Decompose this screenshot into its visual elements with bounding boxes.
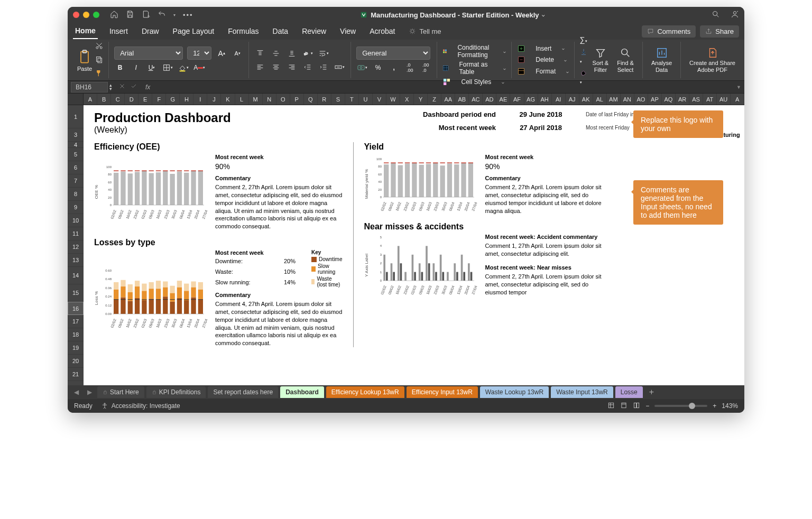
adobe-pdf[interactable]: Create and Share Adobe PDF	[686, 47, 739, 72]
sort-filter[interactable]: Sort & Filter	[589, 47, 612, 72]
cell-styles[interactable]: Cell Styles ⌵	[442, 78, 506, 86]
align-left-icon[interactable]	[254, 61, 266, 73]
name-box[interactable]: BH16	[71, 82, 108, 92]
sheet-start-here[interactable]: Start Here	[97, 386, 144, 398]
tab-nav-prev[interactable]: ◀	[71, 388, 82, 396]
autosum-icon[interactable]: ∑▾	[580, 35, 587, 44]
increase-decimal-icon[interactable]: .0.00	[404, 62, 416, 73]
percent-icon[interactable]: %	[372, 62, 384, 73]
sheet-dashboard[interactable]: Dashboard	[280, 386, 324, 398]
window-minimize[interactable]	[83, 12, 89, 18]
format-as-table[interactable]: Format as Table ⌵	[442, 61, 506, 76]
align-center-icon[interactable]	[270, 61, 282, 73]
save-as-icon[interactable]	[142, 10, 150, 20]
tellme[interactable]: Tell me	[407, 24, 443, 39]
tab-acrobat[interactable]: Acrobat	[367, 24, 397, 39]
fill-icon[interactable]: ▾	[580, 48, 587, 64]
save-icon[interactable]	[126, 10, 134, 20]
tab-view[interactable]: View	[338, 24, 358, 39]
align-middle-icon[interactable]	[270, 48, 282, 59]
borders-icon[interactable]: ▾	[162, 62, 173, 73]
sheet-report-dates[interactable]: Set report dates here	[208, 386, 278, 398]
zoom-slider[interactable]	[654, 405, 707, 407]
sheet-waste-lookup[interactable]: Waste Lookup 13wR	[480, 386, 549, 398]
number-format-select[interactable]: General	[356, 47, 430, 60]
decrease-font-icon[interactable]: A▾	[232, 48, 243, 59]
currency-icon[interactable]: ▾	[356, 62, 368, 73]
fx-icon[interactable]: fx	[142, 84, 153, 91]
font-color-icon[interactable]: A▾	[193, 62, 205, 73]
find-select[interactable]: Find & Select	[614, 47, 637, 72]
home-icon[interactable]	[110, 10, 118, 20]
cut-icon[interactable]	[95, 42, 103, 51]
add-sheet[interactable]: +	[645, 387, 658, 397]
window-close[interactable]	[73, 12, 79, 18]
sheet-losses[interactable]: Losse	[615, 386, 643, 398]
conditional-formatting[interactable]: Conditional Formatting ⌵	[442, 44, 506, 59]
confirm-icon[interactable]	[131, 83, 137, 91]
sheet-eff-lookup[interactable]: Efficiency Lookup 13wR	[326, 386, 404, 398]
merge-icon[interactable]: ▾	[334, 61, 345, 73]
share-profile-icon[interactable]	[731, 10, 739, 20]
decrease-decimal-icon[interactable]: .00.0	[420, 62, 431, 73]
view-normal-icon[interactable]	[607, 402, 615, 411]
tab-draw[interactable]: Draw	[140, 24, 161, 39]
format-cells[interactable]: Format ⌵	[517, 67, 569, 76]
tab-page-layout[interactable]: Page Layout	[171, 24, 217, 39]
svg-point-3	[411, 30, 414, 33]
svg-text:0.60: 0.60	[105, 269, 112, 272]
more-icon[interactable]: •••	[183, 11, 193, 19]
tab-home[interactable]: Home	[73, 23, 98, 39]
zoom-level[interactable]: 143%	[722, 402, 738, 410]
tab-nav-next[interactable]: ▶	[84, 388, 95, 396]
increase-font-icon[interactable]: A▴	[216, 48, 227, 59]
decrease-indent-icon[interactable]	[302, 61, 313, 73]
svg-rect-110	[198, 289, 203, 299]
font-name-select[interactable]: Arial	[114, 47, 183, 60]
font-size-select[interactable]: 12	[187, 47, 211, 60]
column-headers[interactable]: ABCDEFGHIJKLMNOPQRSTUVWXYZAAABACADAEAFAG…	[68, 94, 744, 105]
zoom-out[interactable]: −	[645, 402, 649, 410]
svg-point-2	[733, 11, 736, 14]
bold-icon[interactable]: B	[114, 62, 126, 73]
align-bottom-icon[interactable]	[286, 48, 298, 59]
tab-insert[interactable]: Insert	[107, 24, 130, 39]
cancel-icon[interactable]	[119, 83, 125, 91]
sheet-eff-input[interactable]: Efficiency Input 13wR	[407, 386, 478, 398]
svg-rect-48	[170, 174, 174, 205]
accessibility-status[interactable]: Accessibility: Investigate	[101, 402, 180, 410]
tab-formulas[interactable]: Formulas	[226, 24, 261, 39]
window-maximize[interactable]	[93, 12, 99, 18]
copy-icon[interactable]	[95, 55, 103, 65]
sheet-waste-input[interactable]: Waste Input 13wR	[551, 386, 613, 398]
zoom-in[interactable]: +	[713, 402, 716, 410]
underline-icon[interactable]: U▾	[146, 62, 158, 73]
align-top-icon[interactable]	[254, 48, 266, 59]
undo-icon[interactable]	[158, 10, 166, 20]
insert-cells[interactable]: Insert ⌵	[517, 44, 569, 53]
comma-icon[interactable]: ,	[388, 62, 400, 73]
comments-button[interactable]: Comments	[642, 25, 696, 38]
share-button[interactable]: Share	[700, 25, 739, 38]
increase-indent-icon[interactable]	[318, 61, 329, 73]
sheet-kpi-defs[interactable]: KPI Definitions	[146, 386, 206, 398]
align-right-icon[interactable]	[286, 61, 298, 73]
format-painter-icon[interactable]	[95, 69, 103, 79]
view-page-layout-icon[interactable]	[620, 402, 628, 411]
italic-icon[interactable]: I	[130, 62, 142, 73]
tab-review[interactable]: Review	[300, 24, 328, 39]
view-page-break-icon[interactable]	[633, 402, 640, 411]
svg-rect-88	[149, 299, 154, 314]
clear-icon[interactable]: ▾	[580, 69, 587, 85]
tab-data[interactable]: Data	[271, 24, 291, 39]
row-headers[interactable]: 13456789101112131415161718192021	[68, 105, 84, 385]
paste-button[interactable]: Paste	[77, 49, 92, 72]
analyse-data[interactable]: Analyse Data	[648, 47, 675, 72]
wrap-text-icon[interactable]: ▾	[318, 48, 329, 59]
search-icon[interactable]	[712, 10, 720, 20]
orientation-icon[interactable]: ab▾	[302, 48, 313, 59]
delete-cells[interactable]: Delete ⌵	[517, 55, 569, 64]
worksheet-grid[interactable]: 13456789101112131415161718192021 Product…	[68, 105, 744, 385]
fill-color-icon[interactable]: ▾	[178, 62, 189, 73]
svg-rect-79	[128, 301, 133, 314]
